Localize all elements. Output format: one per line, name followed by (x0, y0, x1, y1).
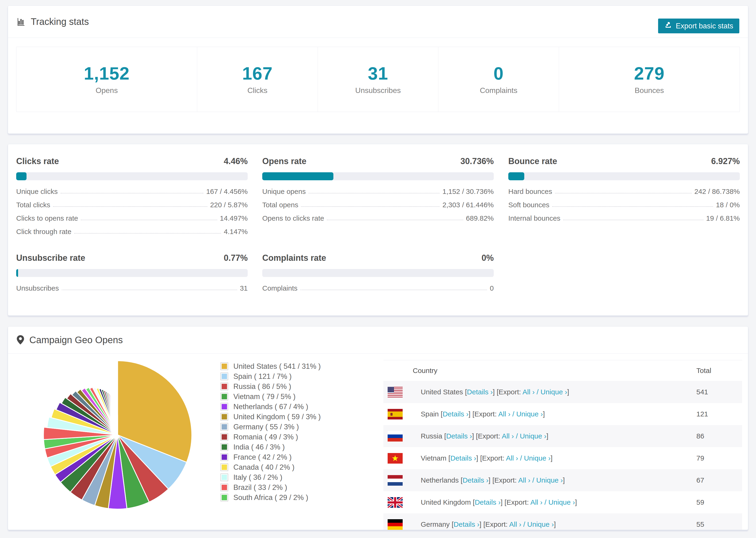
export-all-link[interactable]: All › (518, 476, 530, 484)
rate-detail-label: Unique opens (262, 188, 306, 195)
rate-detail-label: Unique clicks (16, 188, 58, 195)
export-all-link[interactable]: All › (498, 410, 511, 418)
legend-item-france[interactable]: France ( 42 / 2% ) (220, 452, 321, 462)
details-link[interactable]: Details › (475, 498, 501, 506)
stat-label: Opens (95, 86, 118, 95)
legend-swatch (220, 433, 228, 441)
stat-value: 279 (634, 64, 665, 83)
legend-item-italy[interactable]: Italy ( 36 / 2% ) (220, 472, 321, 482)
rate-title: Complaints rate (262, 253, 326, 263)
legend-item-united-states[interactable]: United States ( 541 / 31% ) (220, 361, 321, 371)
legend-swatch (220, 453, 228, 461)
details-link[interactable]: Details › (462, 476, 488, 484)
legend-label: South Africa ( 29 / 2% ) (233, 493, 308, 502)
dotted-leader (563, 220, 703, 220)
details-link[interactable]: Details › (443, 410, 468, 418)
geo-table-body: United States [Details ›] [Export: All ›… (383, 381, 742, 530)
rate-detail-value: 31 (240, 284, 248, 292)
rate-detail-label: Hard bounces (508, 188, 552, 195)
legend-label: India ( 46 / 3% ) (233, 443, 285, 452)
details-link[interactable]: Details › (450, 454, 476, 462)
rate-progress-track (16, 269, 248, 277)
flag-icon-ru (388, 431, 403, 442)
rate-detail-label: Complaints (262, 284, 297, 292)
legend-item-spain[interactable]: Spain ( 121 / 7% ) (220, 371, 321, 381)
flag-icon-us (388, 387, 403, 398)
export-basic-stats-button[interactable]: Export basic stats (658, 19, 739, 33)
rate-rows: Complaints0 (262, 281, 494, 295)
export-unique-link[interactable]: Unique › (540, 388, 567, 396)
rate-detail-label: Opens to clicks rate (262, 214, 324, 222)
legend-label: Spain ( 121 / 7% ) (233, 372, 292, 381)
rate-detail-row: Clicks to opens rate14.497% (16, 211, 248, 225)
rate-progress-fill (262, 172, 333, 180)
rate-rows: Unique opens1,152 / 30.736%Total opens2,… (262, 185, 494, 225)
geo-pie-legend: United States ( 541 / 31% )Spain ( 121 /… (220, 361, 321, 503)
export-unique-link[interactable]: Unique › (520, 432, 546, 440)
legend-label: United States ( 541 / 31% ) (233, 362, 321, 371)
legend-swatch (220, 383, 228, 390)
export-slash: / (523, 520, 525, 528)
rate-detail-row: Hard bounces242 / 86.738% (508, 185, 740, 198)
rate-percent: 30.736% (460, 156, 494, 166)
dotted-leader (327, 220, 463, 220)
geo-country-cell: United Kingdom [Details ›] [Export: All … (421, 498, 696, 506)
export-all-link[interactable]: All › (530, 498, 543, 506)
legend-label: Canada ( 40 / 2% ) (233, 463, 295, 471)
dotted-leader (308, 193, 440, 193)
stat-label: Bounces (635, 86, 664, 95)
details-link[interactable]: Details › (454, 520, 479, 528)
legend-item-india[interactable]: India ( 46 / 3% ) (220, 442, 321, 452)
export-unique-link[interactable]: Unique › (549, 498, 575, 506)
geo-pie-chart[interactable] (38, 355, 197, 515)
details-link[interactable]: Details › (446, 432, 472, 440)
geo-total-cell: 59 (696, 498, 742, 506)
tracking-stats-card: Tracking stats Export basic stats 1,152O… (8, 5, 748, 134)
legend-item-romania[interactable]: Romania ( 49 / 3% ) (220, 432, 321, 442)
legend-label: Brazil ( 33 / 2% ) (233, 483, 287, 492)
legend-swatch (220, 463, 228, 471)
rate-title: Opens rate (262, 156, 306, 166)
export-all-link[interactable]: All › (506, 454, 518, 462)
legend-swatch (220, 403, 228, 410)
legend-item-germany[interactable]: Germany ( 55 / 3% ) (220, 422, 321, 432)
rate-detail-label: Soft bounces (508, 201, 549, 209)
geo-table-header: Country Total (383, 360, 742, 381)
legend-item-russia[interactable]: Russia ( 86 / 5% ) (220, 381, 321, 392)
dotted-leader (61, 193, 203, 193)
legend-item-brazil[interactable]: Brazil ( 33 / 2% ) (220, 482, 321, 493)
dotted-leader (62, 290, 237, 290)
dotted-leader (53, 206, 207, 207)
legend-item-south-africa[interactable]: South Africa ( 29 / 2% ) (220, 493, 321, 503)
geo-opens-title: Campaign Geo Opens (16, 335, 123, 345)
legend-item-canada[interactable]: Canada ( 40 / 2% ) (220, 462, 321, 472)
export-all-link[interactable]: All › (509, 520, 521, 528)
rate-percent: 0% (482, 253, 494, 263)
stat-cell-clicks: 167Clicks (197, 47, 318, 112)
rate-title: Bounce rate (508, 156, 557, 166)
export-unique-link[interactable]: Unique › (516, 410, 543, 418)
rate-head: Unsubscribe rate0.77% (16, 253, 248, 263)
rate-detail-value: 689.82% (466, 214, 494, 222)
rates-card: Clicks rate4.46%Unique clicks167 / 4.456… (8, 144, 748, 316)
export-unique-link[interactable]: Unique › (536, 476, 563, 484)
legend-label: Vietnam ( 79 / 5% ) (233, 393, 296, 401)
legend-item-united-kingdom[interactable]: United Kingdom ( 59 / 3% ) (220, 412, 321, 422)
rate-detail-value: 220 / 5.87% (210, 201, 248, 209)
geo-country-cell: Vietnam [Details ›] [Export: All › / Uni… (421, 454, 696, 462)
rate-title: Clicks rate (16, 156, 59, 166)
rate-detail-value: 18 / 0% (716, 201, 740, 209)
legend-swatch (220, 393, 228, 401)
export-all-link[interactable]: All › (523, 388, 535, 396)
export-unique-link[interactable]: Unique › (524, 454, 551, 462)
tracking-stats-title: Tracking stats (16, 17, 89, 27)
rate-progress-fill (16, 269, 18, 277)
export-all-link[interactable]: All › (502, 432, 514, 440)
legend-item-netherlands[interactable]: Netherlands ( 67 / 4% ) (220, 402, 321, 412)
export-unique-link[interactable]: Unique › (527, 520, 554, 528)
details-link[interactable]: Details › (467, 388, 493, 396)
rate-detail-value: 4.147% (224, 228, 248, 236)
rate-detail-row: Click through rate4.147% (16, 225, 248, 238)
dotted-leader (300, 290, 487, 290)
legend-item-vietnam[interactable]: Vietnam ( 79 / 5% ) (220, 392, 321, 402)
